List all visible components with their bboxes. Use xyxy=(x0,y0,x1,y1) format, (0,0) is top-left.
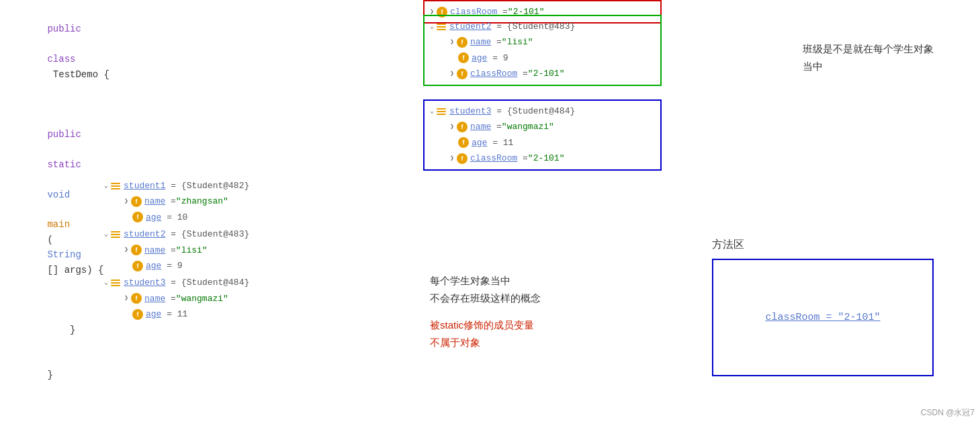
chevron-b-s3: ⌄ xyxy=(430,105,434,118)
s2-age-val: = 9 xyxy=(161,258,182,273)
chevron-s1-name: ❯ xyxy=(124,196,128,208)
s1-name-val: "zhangsan" xyxy=(176,194,228,209)
s1-age-val: = 10 xyxy=(161,210,187,225)
chevron-s2: ⌄ xyxy=(104,228,108,241)
f-icon-b-s3n: f xyxy=(457,122,467,132)
chevron-b-s3cr: ❯ xyxy=(450,153,454,165)
chevron-s2-name: ❯ xyxy=(124,244,128,256)
chevron-s3: ⌄ xyxy=(104,277,108,289)
annotation-middle: 每个学生对象当中 不会存在班级这样的概念 被static修饰的成员变量 不属于对… xyxy=(430,272,541,351)
fangfa-box: classRoom = "2-101" xyxy=(712,259,934,376)
g-s2-cr-val: "2-101" xyxy=(528,66,565,81)
s3-name-eq: = xyxy=(165,291,176,306)
csdn-watermark: CSDN @水冠7 xyxy=(921,407,975,419)
b-s3-age-val: = 11 xyxy=(487,135,513,151)
list-icon-s2 xyxy=(111,230,120,239)
f-icon-g-s2a: f xyxy=(458,52,469,63)
keyword-class: class xyxy=(47,54,75,65)
list-g-s2 xyxy=(437,23,446,31)
code-panel: public class TestDemo { public static vo… xyxy=(0,0,416,424)
g-s2-cr-row: ❯ f classRoom = "2-101" xyxy=(450,66,655,81)
type-string: String xyxy=(47,249,81,260)
g-s2-age-row: f age = 9 xyxy=(458,50,655,66)
s1-age-field: age xyxy=(146,210,161,225)
method-main: main xyxy=(47,219,70,230)
debug-panel-left: ⌄ student1 = {Student@482} ❯ f name = "z… xyxy=(104,178,386,323)
s3-value: = {Student@484} xyxy=(165,275,249,290)
b-s3-name-val: "wangmazi" xyxy=(502,119,554,134)
b-s3-age-row: f age = 11 xyxy=(458,135,655,151)
fangfa-label: 方法区 xyxy=(712,235,961,253)
f-icon-b-s3cr: f xyxy=(457,153,467,164)
g-s2-name-field: name xyxy=(470,34,491,50)
annotation-top-right: 班级是不是就在每个学生对象当中 xyxy=(803,40,937,75)
classroom-fangfa-value: classRoom = "2-101" xyxy=(765,312,880,323)
keyword-static: static xyxy=(47,159,81,170)
chevron-g-s2n: ❯ xyxy=(450,36,454,48)
b-s3-name-field: name xyxy=(470,119,491,134)
code-line-6 xyxy=(13,398,403,413)
f-icon-s1-name: f xyxy=(131,196,142,207)
debug-student1-header: ⌄ student1 = {Student@482} xyxy=(104,178,386,194)
s2-name-field: name xyxy=(144,243,165,258)
list-icon-s3 xyxy=(111,279,120,287)
chevron-g-s2: ⌄ xyxy=(430,21,434,33)
b-s3-header: ⌄ student3 = {Student@484} xyxy=(430,103,655,119)
chevron-s1: ⌄ xyxy=(104,180,108,192)
b-s3-cr-row: ❯ f classRoom = "2-101" xyxy=(450,151,655,166)
g-s2-age-val: = 9 xyxy=(487,50,508,66)
debug-s2-name: ❯ f name = "lisi" xyxy=(124,243,386,258)
debug-s3-name: ❯ f name = "wangmazi" xyxy=(124,291,386,306)
g-s2-val: = {Student@483} xyxy=(491,19,575,34)
debug-student2-header: ⌄ student2 = {Student@483} xyxy=(104,226,386,242)
f-icon-g-s2n: f xyxy=(457,37,467,48)
debug-s1-name: ❯ f name = "zhangsan" xyxy=(124,194,386,209)
b-s3-name: student3 xyxy=(449,103,491,119)
f-icon-s2-age: f xyxy=(132,261,143,271)
code-line-1: public class TestDemo { xyxy=(13,7,403,97)
debug-box-blue: ⌄ student3 = {Student@484} ❯ f name = "w… xyxy=(423,99,662,171)
s3-age-val: = 11 xyxy=(161,306,187,322)
s2-value: = {Student@483} xyxy=(165,226,249,242)
list-icon-s1 xyxy=(111,182,120,190)
annotation-middle-2: 不会存在班级这样的概念 xyxy=(430,290,541,307)
g-s2-name-val: "lisi" xyxy=(502,34,533,50)
s3-name: student3 xyxy=(124,275,165,290)
b-s3-cr-val: "2-101" xyxy=(528,151,565,166)
s2-name: student2 xyxy=(124,226,165,242)
s3-age-field: age xyxy=(146,306,161,322)
keyword-public2: public xyxy=(47,129,81,140)
chevron-g-s2cr: ❯ xyxy=(450,68,454,80)
keyword-public: public xyxy=(47,24,81,34)
f-icon-g-s2cr: f xyxy=(457,69,467,79)
right-fangfa-panel: 方法区 classRoom = "2-101" xyxy=(712,235,961,376)
s1-name-field: name xyxy=(144,194,165,209)
middle-panel: ❯ f classRoom = "2-101" ⌄ student2 = {St… xyxy=(423,0,685,424)
s1-name-eq: = xyxy=(165,194,176,209)
debug-s1-age: f age = 10 xyxy=(132,210,386,225)
debug-student3-header: ⌄ student3 = {Student@484} xyxy=(104,275,386,290)
code-line-5: } xyxy=(13,353,403,398)
g-s2-header: ⌄ student2 = {Student@483} xyxy=(430,19,655,34)
keyword-void: void xyxy=(47,189,70,200)
s1-value: = {Student@482} xyxy=(165,178,249,194)
s3-name-field: name xyxy=(144,291,165,306)
s1-name: student1 xyxy=(124,178,165,194)
g-s2-cr-field: classRoom xyxy=(470,66,517,81)
f-icon-s1-age: f xyxy=(132,212,143,222)
debug-box-green: ⌄ student2 = {Student@483} ❯ f name = "l… xyxy=(423,15,662,86)
b-s3-val: = {Student@484} xyxy=(491,103,575,119)
s2-name-eq: = xyxy=(165,243,176,258)
code-line-6b xyxy=(13,413,403,424)
s3-name-val: "wangmazi" xyxy=(176,291,228,306)
annotation-middle-4: 不属于对象 xyxy=(430,334,541,351)
annotation-middle-3: 被static修饰的成员变量 xyxy=(430,316,541,334)
annotation-middle-1: 每个学生对象当中 xyxy=(430,272,541,290)
g-s2-name: student2 xyxy=(449,19,491,34)
b-s3-cr-field: classRoom xyxy=(470,151,517,166)
annotation-top-right-area: 班级是不是就在每个学生对象当中 xyxy=(803,40,937,75)
list-b-s3 xyxy=(437,108,446,116)
debug-s2-age: f age = 9 xyxy=(132,258,386,273)
g-s2-age-field: age xyxy=(472,50,487,66)
debug-s3-age: f age = 11 xyxy=(132,306,386,322)
